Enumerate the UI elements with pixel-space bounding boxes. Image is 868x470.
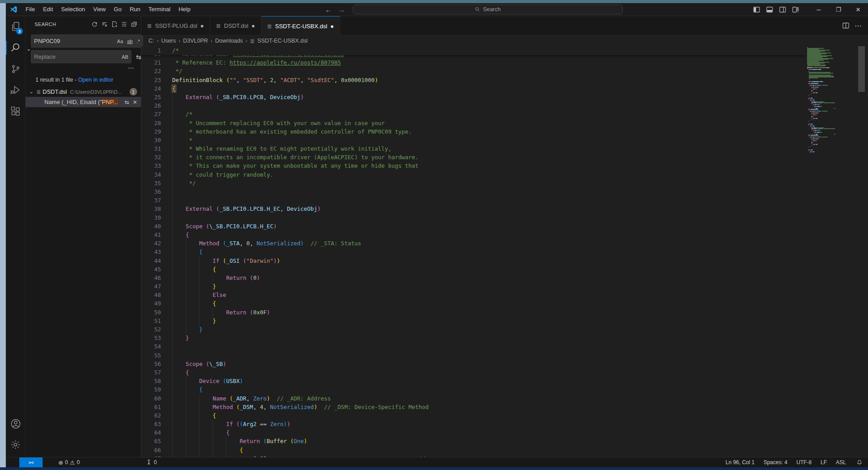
menu-item-file[interactable]: File <box>22 4 39 14</box>
activity-bar-explorer-icon[interactable]: 3 <box>6 16 25 37</box>
menu-item-view[interactable]: View <box>89 4 110 14</box>
code-line[interactable]: 51 } <box>141 317 806 325</box>
editor-scrollbar[interactable] <box>858 46 865 92</box>
code-line[interactable]: 44 If (_OSI ("Darwin")) <box>141 257 806 265</box>
close-button[interactable]: ✕ <box>848 4 868 16</box>
activity-bar-settings-icon[interactable] <box>6 434 25 455</box>
code-line[interactable]: 35 */ <box>141 179 806 187</box>
activity-bar-extensions-icon[interactable] <box>6 100 25 122</box>
line-number[interactable]: 26 <box>141 101 161 110</box>
remote-indicator[interactable]: >< <box>19 457 43 467</box>
line-number[interactable]: 27 <box>141 110 161 118</box>
code-line[interactable]: 47 } <box>141 282 806 291</box>
navigate-forward-button[interactable]: → <box>338 6 345 13</box>
regex-toggle[interactable]: .* <box>135 38 141 45</box>
code-line[interactable]: 65 Return (Buffer (One) <box>141 437 806 445</box>
line-number[interactable]: 58 <box>141 377 161 385</box>
code-line[interactable]: 22 */ <box>141 67 806 75</box>
breadcrumb-item[interactable]: Downloads <box>215 38 243 44</box>
toggle-secondary-sidebar-icon[interactable] <box>779 7 786 13</box>
code-line[interactable]: 24{ <box>141 84 806 93</box>
activity-bar-search-icon[interactable] <box>6 37 25 58</box>
status-cursor-position[interactable]: Ln 96, Col 1 <box>722 459 758 466</box>
code-line[interactable]: 53 } <box>141 334 806 342</box>
code-line[interactable]: 62 { <box>141 411 806 420</box>
breadcrumb-item[interactable]: C: <box>148 38 154 44</box>
line-number[interactable]: 57 <box>141 368 161 377</box>
open-in-editor-link[interactable]: Open in editor <box>78 77 113 83</box>
line-number[interactable]: 65 <box>141 437 161 445</box>
modified-dot-icon[interactable]: ● <box>252 23 255 29</box>
modified-dot-icon[interactable]: ● <box>200 23 204 29</box>
toggle-panel-icon[interactable] <box>766 7 773 13</box>
restore-button[interactable]: ❐ <box>829 4 848 16</box>
code-line[interactable]: 30 * <box>141 136 806 144</box>
line-number[interactable]: 46 <box>141 274 161 282</box>
line-number[interactable]: 43 <box>141 248 161 256</box>
line-number[interactable]: 47 <box>141 282 161 291</box>
line-number[interactable]: 56 <box>141 360 161 368</box>
code-line[interactable]: 66 { <box>141 446 806 454</box>
code-line[interactable]: 55 <box>141 351 806 360</box>
editor-more-actions-button[interactable]: ⋯ <box>855 22 862 30</box>
toggle-primary-sidebar-icon[interactable] <box>753 7 760 13</box>
code-line[interactable]: 50 Return (0x0F) <box>141 308 806 317</box>
open-new-search-editor-icon[interactable] <box>111 21 117 27</box>
code-line[interactable]: 21 * Reference EC: https://applelife.ru/… <box>141 58 806 67</box>
status-language-mode[interactable]: ASL <box>833 459 849 466</box>
code-line[interactable]: 38 External (_SB.PCI0.LPCB.H_EC, DeviceO… <box>141 205 806 213</box>
breadcrumb-item[interactable]: Users <box>161 38 176 44</box>
code-line[interactable]: 58 Device (USBX) <box>141 377 806 385</box>
code-line[interactable]: 64 { <box>141 428 806 437</box>
code-line[interactable]: 39 <box>141 213 806 222</box>
code-line[interactable]: 60 Name (_ADR, Zero) // _ADR: Address <box>141 394 806 403</box>
line-number[interactable]: 41 <box>141 231 161 239</box>
toggle-search-details-button[interactable]: ⋯ <box>128 64 135 71</box>
line-number[interactable]: 42 <box>141 239 161 248</box>
preserve-case-toggle[interactable]: AB <box>120 53 130 61</box>
code-line[interactable]: 54 <box>141 342 806 351</box>
line-number[interactable]: 31 <box>141 144 161 153</box>
status-encoding[interactable]: UTF-8 <box>793 459 815 466</box>
code-line[interactable]: 57 { <box>141 368 806 377</box>
line-number[interactable]: 25 <box>141 93 161 101</box>
customize-layout-icon[interactable] <box>792 7 799 13</box>
refresh-icon[interactable] <box>91 21 98 27</box>
menu-item-run[interactable]: Run <box>126 4 144 14</box>
search-input[interactable] <box>31 38 116 44</box>
line-number[interactable]: 37 <box>141 196 161 205</box>
line-number[interactable]: 45 <box>141 265 161 274</box>
line-number[interactable]: 30 <box>141 136 161 144</box>
line-number[interactable]: 22 <box>141 67 161 75</box>
tab-dsdt-dsl[interactable]: ≣DSDT.dsl● <box>210 16 261 35</box>
code-editor[interactable]: 20 * Reference USB: https://applelife.ru… <box>141 46 868 457</box>
line-number[interactable]: 61 <box>141 403 161 411</box>
breadcrumb-file[interactable]: SSDT-EC-USBX.dsl <box>257 38 308 44</box>
view-as-tree-icon[interactable] <box>121 21 127 27</box>
line-number[interactable]: 51 <box>141 317 161 325</box>
breadcrumb[interactable]: C:›Users›D3VL0PR›Downloads›≣SSDT-EC-USBX… <box>141 35 868 46</box>
notifications-bell-icon[interactable] <box>856 459 863 466</box>
code-line[interactable]: 27 /* <box>141 110 806 118</box>
line-number[interactable]: 34 <box>141 170 161 179</box>
ports-status[interactable]: 0 <box>146 459 157 466</box>
code-line[interactable]: 61 Method (_DSM, 4, NotSerialized) // _D… <box>141 403 806 411</box>
line-number[interactable]: 62 <box>141 411 161 420</box>
line-number[interactable]: 23 <box>141 76 161 84</box>
line-number[interactable]: 1 <box>141 46 161 55</box>
code-line[interactable]: 25 External (_SB.PCI0.LPCB, DeviceObj) <box>141 93 806 101</box>
code-line[interactable]: 49 { <box>141 299 806 308</box>
split-editor-icon[interactable] <box>842 22 849 29</box>
status-indentation[interactable]: Spaces: 4 <box>760 459 790 466</box>
collapse-all-icon[interactable] <box>131 21 137 27</box>
line-number[interactable]: 59 <box>141 385 161 394</box>
line-number[interactable]: 24 <box>141 84 161 93</box>
line-number[interactable]: 40 <box>141 222 161 231</box>
line-number[interactable]: 29 <box>141 127 161 136</box>
menu-item-edit[interactable]: Edit <box>39 4 57 14</box>
command-center-search[interactable]: Search <box>353 4 623 14</box>
line-number[interactable]: 35 <box>141 179 161 187</box>
code-line[interactable]: 67 0x03 // . <box>141 454 806 457</box>
status-eol[interactable]: LF <box>817 459 830 466</box>
code-line[interactable]: 52 } <box>141 325 806 334</box>
